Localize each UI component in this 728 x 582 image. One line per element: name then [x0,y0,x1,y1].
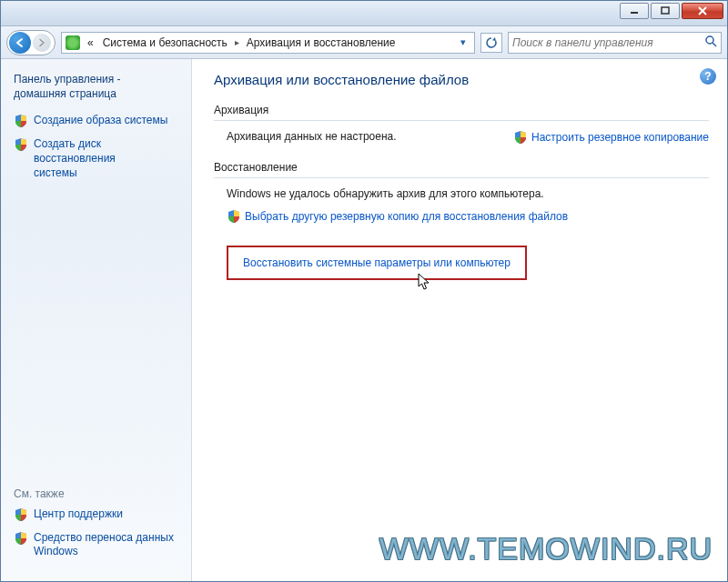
minimize-button[interactable] [620,3,649,19]
breadcrumb-up[interactable]: « [84,35,97,51]
maximize-button[interactable] [651,3,680,19]
control-panel-icon [66,35,80,50]
setup-backup-label: Настроить резервное копирование [531,131,709,144]
backup-status-text: Архивация данных не настроена. [227,130,397,143]
sidebar-link-label: Создание образа системы [34,114,167,128]
svg-line-5 [713,43,716,46]
setup-backup-link[interactable]: Настроить резервное копирование [513,130,709,145]
sidebar-link-create-system-image[interactable]: Создание образа системы [14,114,182,128]
sidebar-link-create-recovery-disc[interactable]: Создать диск восстановления системы [14,137,182,180]
search-input[interactable] [512,36,704,49]
search-icon[interactable] [704,35,717,50]
forward-button[interactable] [33,34,51,52]
restore-section-header: Восстановление [214,161,709,178]
select-another-backup-label: Выбрать другую резервную копию для восст… [245,210,568,223]
shield-icon [227,209,241,224]
restore-system-settings-link[interactable]: Восстановить системные параметры или ком… [243,256,511,269]
sidebar-link-windows-easy-transfer[interactable]: Средство переноса данных Windows [14,531,182,559]
page-title: Архивация или восстановление файлов [214,72,709,87]
watermark-text: WWW.TEMOWIND.RU [379,531,713,567]
refresh-button[interactable] [480,33,502,53]
cp-home-l2: домашняя страница [14,86,182,101]
breadcrumb-current[interactable]: Архивация и восстановление [243,35,399,51]
see-also-header: См. также [14,487,182,500]
backup-section-header: Архивация [214,104,709,121]
select-another-backup-link[interactable]: Выбрать другую резервную копию для восст… [227,209,568,224]
cursor-icon [418,273,432,296]
backup-section-row: Архивация данных не настроена. Настроить… [214,130,709,145]
window-titlebar [1,1,727,26]
restore-status-text: Windows не удалось обнаружить архив для … [227,187,709,200]
shield-icon [513,130,528,145]
sidebar-link-label: Средство переноса данных Windows [34,531,174,559]
shield-icon [14,114,28,128]
address-dropdown-button[interactable]: ▾ [454,34,472,52]
svg-point-4 [706,36,713,44]
control-panel-window: « Система и безопасность ▸ Архивация и в… [0,0,728,582]
address-bar[interactable]: « Система и безопасность ▸ Архивация и в… [61,32,475,54]
back-button[interactable] [9,32,31,54]
navigation-bar: « Система и безопасность ▸ Архивация и в… [1,26,727,59]
content-area: Панель управления - домашняя страница Со… [1,59,727,581]
close-button[interactable] [682,3,723,19]
shield-icon [14,531,28,546]
shield-icon [14,507,28,522]
sidebar-link-label: Создать диск восстановления системы [34,137,182,180]
help-button[interactable]: ? [700,68,716,85]
search-box[interactable] [508,32,722,54]
svg-rect-1 [662,7,669,14]
nav-buttons [6,30,56,55]
highlighted-restore-box: Восстановить системные параметры или ком… [227,246,527,280]
sidebar-link-label: Центр поддержки [34,507,123,522]
control-panel-home-link[interactable]: Панель управления - домашняя страница [14,72,182,101]
cp-home-l1: Панель управления - [14,72,182,86]
main-panel: ? Архивация или восстановление файлов Ар… [192,59,727,581]
shield-icon [14,137,28,152]
breadcrumb-category[interactable]: Система и безопасность [99,35,231,51]
sidebar-link-action-center[interactable]: Центр поддержки [14,507,182,522]
chevron-right-icon: ▸ [233,37,241,47]
sidebar: Панель управления - домашняя страница Со… [1,59,192,581]
